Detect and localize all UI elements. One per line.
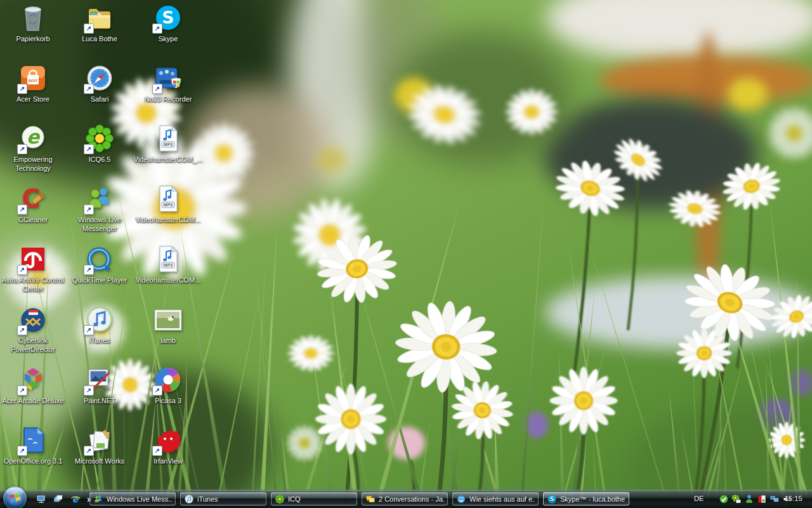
desktop-icon-windows-live-messenger[interactable]: ↗ Windows Live Messenger [65,184,134,234]
wallpaper-daisy-flower [766,105,812,164]
desktop-icon-paint-net[interactable]: ↗ Paint.NET [65,364,134,406]
desktop-icon-label: iTunes [65,337,134,345]
shortcut-arrow-icon: ↗ [84,84,94,94]
desktop-icon-acer-store[interactable]: acer↗ Acer Store [0,63,68,104]
svg-text:e: e [72,494,79,504]
ccleaner-icon: C ↗ [18,184,48,214]
messenger-status-tray-icon[interactable] [744,494,754,504]
desktop-icon-label: Papierkorb [0,35,68,44]
desktop-icon-label: Acer Arcade Deluxe [0,397,68,406]
switch-windows-icon[interactable] [51,491,65,507]
system-tray [719,494,792,504]
messenger-icon [93,494,103,504]
shortcut-arrow-icon: ↗ [84,446,94,456]
shortcut-arrow-icon: ↗ [84,325,94,335]
svg-text:acer: acer [29,78,38,83]
wallpaper-grass-blade [360,296,431,508]
desktop-icon-icq6-5[interactable]: ↗ ICQ6.5 [65,123,134,164]
shortcut-arrow-icon: ↗ [17,204,27,215]
skype-icon: S [547,494,557,504]
desktop-icon-empowering-technology[interactable]: e↗ Empowering Technology [0,123,68,173]
desktop[interactable]: Papierkorb acer↗ Acer Store e↗ Empowerin… [0,0,812,508]
desktop-icon-microsoft-works[interactable]: ↗ Microsoft Works [65,425,134,466]
task-button-label: 2 Conversations - Ja... [379,495,444,503]
mp3-file-icon: MP3 [153,123,183,154]
desktop-icon-label: Luca Bothe [65,35,134,44]
icq-message-tray-icon[interactable] [731,494,742,504]
language-indicator[interactable]: DE [694,495,704,502]
task-button-wie-siehts-aus-auf-e[interactable]: Wie siehts aus auf e... [452,492,539,505]
wallpaper-grass-blade [309,342,337,508]
task-button-skype-luca-bothe[interactable]: S Skype™ - luca.bothe [543,492,629,505]
svg-text:e: e [27,126,41,148]
desktop-icon-lamb[interactable]: lamb [133,304,203,345]
internet-explorer-icon[interactable]: e [69,491,82,507]
desktop-icon-itunes[interactable]: ↗ iTunes [65,304,134,345]
quicktime-icon: ↗ [84,244,115,274]
shortcut-arrow-icon: ↗ [84,265,94,275]
shortcut-arrow-icon: ↗ [152,84,162,94]
desktop-icon-no23-recorder[interactable]: ↗ No23 Recorder [133,63,203,104]
svg-text:MP3: MP3 [164,142,173,147]
wallpaper-blur-shape [317,147,346,173]
itunes-icon: ↗ [84,304,115,335]
desktop-icon-videohamstercom[interactable]: MP3 VideohamsterCOM... [133,244,203,285]
desktop-icon-picasa-3[interactable]: ↗ Picasa 3 [133,364,203,406]
clock[interactable]: 15:15 [785,495,802,502]
shortcut-arrow-icon: ↗ [84,23,94,34]
task-button-label: iTunes [197,495,218,503]
wallpaper-blur-shape [546,0,812,64]
wallpaper-daisy-flower [390,295,502,401]
acer-store-icon: acer↗ [18,63,48,93]
desktop-icon-papierkorb[interactable]: Papierkorb [0,3,68,44]
picasa-icon: ↗ [153,364,183,395]
desktop-icon-skype[interactable]: S↗ Skype [133,3,203,44]
recycle-bin-icon [18,3,48,33]
shortcut-arrow-icon: ↗ [17,446,27,456]
desktop-icon-label: Picasa 3 [133,397,203,406]
task-button-2-conversations-ja[interactable]: 2 Conversations - Ja... [362,492,448,505]
security-check-tray-icon[interactable] [719,494,729,504]
conversations-icon [365,494,376,504]
desktop-icon-videohamstercom[interactable]: MP3 VideohamsterCOM_... [133,123,203,164]
desktop-icon-label: VideohamsterCOM... [133,216,203,225]
task-button-itunes[interactable]: iTunes [180,492,266,505]
desktop-icon-label: Avira AntiVir Control Center [0,276,68,294]
desktop-icon-videohamstercom[interactable]: MP3 VideohamsterCOM... [133,184,203,225]
task-button-windows-live-mess[interactable]: Windows Live Mess... [89,492,176,505]
avira-tray-icon[interactable] [757,494,767,504]
shortcut-arrow-icon: ↗ [152,446,162,456]
start-button[interactable] [3,486,27,508]
show-desktop-icon[interactable] [34,491,48,507]
shortcut-arrow-icon: ↗ [17,265,27,275]
svg-text:S: S [550,496,554,502]
shortcut-arrow-icon: ↗ [152,385,162,396]
desktop-icon-label: Empowering Technology [0,156,68,173]
desktop-icon-label: QuickTime Player [65,276,134,285]
wallpaper-grass-blade [518,206,545,508]
image-thumbnail-icon [153,304,183,335]
desktop-icon-ccleaner[interactable]: C ↗ CCleaner [0,184,68,225]
wallpaper-grass-blade [369,201,462,508]
desktop-icon-label: No23 Recorder [133,95,203,104]
desktop-icon-luca-bothe[interactable]: ↗ Luca Bothe [65,3,134,44]
user-folder-icon: ↗ [84,3,115,33]
desktop-icon-label: Safari [65,95,134,104]
task-button-label: ICQ [288,495,301,503]
desktop-icon-cyberlink-powerdirector[interactable]: ↗ Cyberlink PowerDirector [0,304,68,354]
desktop-icon-quicktime-player[interactable]: ↗ QuickTime Player [65,244,134,285]
shortcut-arrow-icon: ↗ [152,23,162,34]
desktop-icon-irfanview[interactable]: ↗ IrfanView [133,425,203,466]
shortcut-arrow-icon: ↗ [84,385,94,396]
wallpaper-grass-blade [327,285,362,508]
desktop-icon-safari[interactable]: ↗ Safari [65,63,134,104]
desktop-icon-openoffice-org-3-1[interactable]: ↗ OpenOffice.org 3.1 [0,425,68,466]
quick-launch: e » [34,490,93,508]
network-tray-icon[interactable] [769,494,780,504]
task-button-icq[interactable]: ICQ [271,492,357,505]
msworks-icon: ↗ [84,425,115,455]
desktop-icon-acer-arcade-deluxe[interactable]: ↗ Acer Arcade Deluxe [0,364,68,406]
mp3-file-icon: MP3 [153,184,183,214]
desktop-icon-avira-antivir-control-center[interactable]: ↗ Avira AntiVir Control Center [0,244,68,294]
shortcut-arrow-icon: ↗ [17,325,27,335]
